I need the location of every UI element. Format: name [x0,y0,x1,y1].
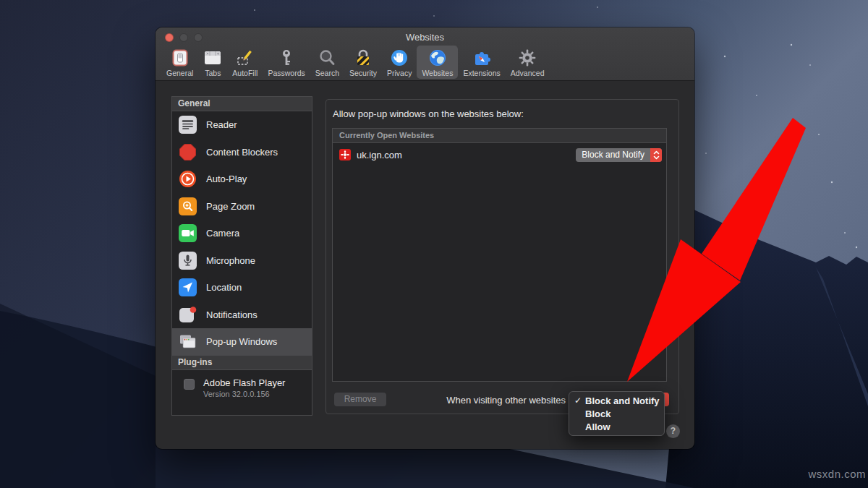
tab-label: Passwords [268,69,305,77]
sidebar-item-page-zoom[interactable]: Page Zoom [172,193,312,221]
security-lock-icon [354,48,373,68]
ign-favicon [339,149,351,160]
sidebar-item-label: Notifications [206,309,258,320]
sidebar-item-reader[interactable]: Reader [172,111,312,139]
panel-heading: Allow pop-up windows on the websites bel… [333,108,524,119]
sidebar-item-location[interactable]: Location [172,274,312,301]
popup-settings-panel: Allow pop-up windows on the websites bel… [326,99,679,414]
websites-sidebar: General Reader Content Blockers Auto-Pla… [171,96,312,416]
menu-item-label: Block and Notify [585,395,660,406]
sidebar-item-label: Reader [206,119,237,130]
search-icon [318,48,336,68]
tab-label: Search [315,69,339,77]
passwords-key-icon [277,48,296,68]
websites-globe-icon [428,48,447,68]
sidebar-item-microphone[interactable]: Microphone [172,247,312,275]
plugin-texts: Adobe Flash Player Version 32.0.0.156 [203,377,285,398]
websites-table: Currently Open Websites uk.ign.com Block… [332,128,667,382]
notifications-icon [179,306,197,324]
advanced-gear-icon [518,48,537,68]
tab-label: Websites [422,69,453,77]
sidebar-item-camera[interactable]: Camera [172,220,312,247]
sidebar-item-notifications[interactable]: Notifications [172,301,312,329]
menu-item-allow[interactable]: Allow [569,420,664,433]
desktop: wsxdn.com Websites General [0,0,868,488]
reader-icon [179,116,197,134]
tab-general[interactable]: General [161,46,198,79]
safari-preferences-window: Websites General Tabs [156,27,694,449]
checkmark-icon: ✓ [574,395,585,406]
camera-icon [179,224,197,242]
site-url: uk.ign.com [357,150,576,160]
plugin-version: Version 32.0.0.156 [203,390,285,398]
sidebar-item-label: Page Zoom [206,201,255,212]
autofill-icon [236,48,255,68]
tab-label: Security [349,69,377,77]
menu-item-label: Allow [585,421,610,432]
sidebar-item-label: Camera [206,228,239,239]
menu-item-label: Block [585,408,610,419]
table-header: Currently Open Websites [333,129,666,143]
plugin-title: Adobe Flash Player [203,377,285,388]
tab-label: General [166,69,193,77]
table-row[interactable]: uk.ign.com Block and Notify [333,143,666,166]
tab-advanced[interactable]: Advanced [506,46,550,79]
help-button[interactable]: ? [666,424,680,438]
tabs-icon [203,48,222,68]
sidebar-item-label: Pop-up Windows [206,336,277,347]
sidebar-section-plugins: Plug-ins [172,356,312,370]
sidebar-item-label: Location [206,282,242,293]
privacy-hand-icon [390,48,409,68]
page-zoom-icon [179,197,197,215]
sidebar-item-content-blockers[interactable]: Content Blockers [172,139,312,166]
location-icon [179,278,197,296]
tab-websites[interactable]: Websites [417,46,458,79]
menu-item-block-and-notify[interactable]: ✓ Block and Notify [569,394,664,407]
tab-label: Advanced [511,69,545,77]
general-icon [171,48,190,68]
tab-label: Extensions [463,69,500,77]
tab-search[interactable]: Search [310,46,344,79]
auto-play-icon [179,170,197,188]
tab-autofill[interactable]: AutoFill [227,46,263,79]
tab-passwords[interactable]: Passwords [263,46,310,79]
tab-tabs[interactable]: Tabs [198,46,227,79]
content-blockers-icon [179,143,197,161]
sidebar-item-auto-play[interactable]: Auto-Play [172,166,312,193]
sidebar-item-adobe-flash[interactable]: Adobe Flash Player Version 32.0.0.156 [172,370,312,398]
site-policy-dropdown[interactable]: Block and Notify [576,148,662,162]
tab-label: AutoFill [232,69,258,77]
tab-privacy[interactable]: Privacy [382,46,417,79]
sidebar-item-label: Content Blockers [206,147,278,158]
sidebar-item-label: Auto-Play [206,174,247,184]
microphone-icon [179,252,197,270]
watermark: wsxdn.com [808,468,866,480]
tab-security[interactable]: Security [344,46,382,79]
sidebar-item-popup-windows[interactable]: Pop-up Windows [172,328,312,356]
stepper-chevrons-icon [650,148,662,162]
default-policy-label: When visiting other websites [446,393,566,407]
popup-windows-icon [179,333,197,351]
tab-extensions[interactable]: Extensions [458,46,505,79]
sidebar-section-general: General [172,97,312,111]
flash-checkbox[interactable] [184,379,195,390]
remove-button[interactable]: Remove [334,393,386,406]
policy-dropdown-menu: ✓ Block and Notify Block Allow [569,391,665,436]
tab-label: Tabs [205,69,221,77]
menu-item-block[interactable]: Block [569,407,664,420]
sidebar-item-label: Microphone [206,255,255,266]
preferences-toolbar: General Tabs AutoFill [161,44,694,79]
extensions-puzzle-icon [472,48,491,68]
site-policy-value: Block and Notify [576,150,650,160]
window-header: Websites General Tabs [156,27,694,81]
tab-label: Privacy [387,69,412,77]
window-title: Websites [156,32,694,43]
